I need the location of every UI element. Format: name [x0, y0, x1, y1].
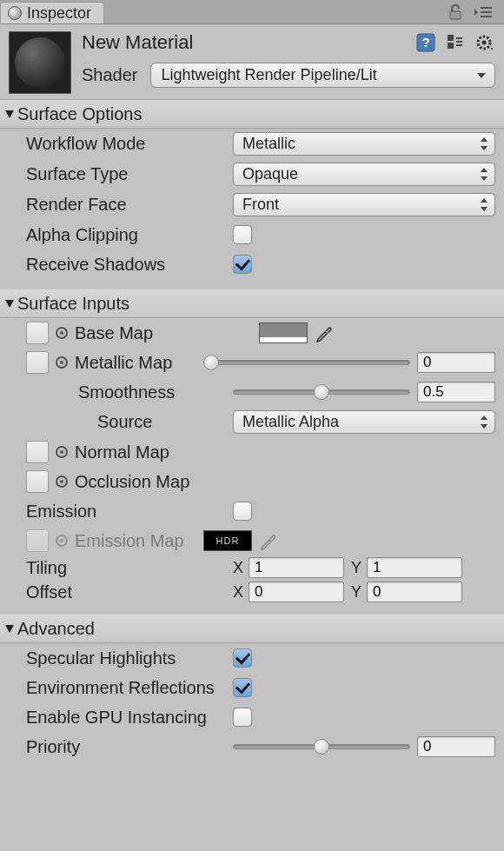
occlusion-map-texture-slot[interactable] [26, 470, 49, 493]
svg-rect-8 [456, 37, 462, 39]
normal-map-texture-slot[interactable] [26, 441, 49, 463]
source-label: Source [97, 412, 226, 432]
svg-point-12 [482, 41, 487, 45]
priority-slider[interactable] [233, 739, 410, 755]
svg-text:?: ? [421, 35, 429, 50]
section-surface-inputs[interactable]: Surface Inputs [0, 289, 504, 318]
target-icon [56, 535, 68, 547]
emission-map-texture-slot [26, 529, 49, 552]
x-label: X [233, 583, 243, 602]
tiling-x-input[interactable] [249, 557, 344, 578]
base-map-color[interactable] [259, 322, 308, 343]
surface-type-label: Surface Type [26, 164, 226, 184]
panel-menu-icon[interactable] [473, 2, 494, 23]
preview-sphere [15, 37, 65, 88]
offset-label: Offset [26, 582, 226, 602]
metallic-slider[interactable] [203, 355, 410, 370]
tiling-y-input[interactable] [367, 557, 462, 578]
workflow-mode-select[interactable]: Metallic [233, 132, 495, 156]
eyedropper-icon [259, 531, 278, 550]
x-label: X [233, 559, 243, 577]
section-advanced[interactable]: Advanced [0, 615, 504, 643]
inspector-tab[interactable]: Inspector [0, 2, 104, 23]
target-icon[interactable] [56, 356, 68, 369]
emission-label: Emission [26, 502, 226, 522]
section-title: Surface Inputs [17, 294, 129, 314]
base-map-texture-slot[interactable] [26, 322, 49, 344]
workflow-mode-label: Workflow Mode [26, 134, 226, 154]
y-label: Y [351, 559, 361, 577]
smoothness-slider[interactable] [233, 384, 410, 400]
gear-icon[interactable] [474, 32, 495, 53]
shader-dropdown[interactable]: Lightweight Render Pipeline/Lit [150, 63, 496, 88]
tab-bar: Inspector [0, 0, 504, 24]
gpu-instancing-checkbox[interactable] [233, 708, 252, 727]
material-preview[interactable] [9, 31, 71, 94]
svg-point-13 [491, 48, 493, 50]
target-icon[interactable] [56, 327, 68, 339]
receive-shadows-checkbox[interactable] [233, 255, 252, 274]
shader-value: Lightweight Render Pipeline/Lit [162, 66, 377, 83]
priority-label: Priority [26, 737, 226, 757]
specular-highlights-checkbox[interactable] [233, 648, 252, 668]
specular-highlights-label: Specular Highlights [26, 648, 226, 668]
emission-color-hdr[interactable]: HDR [203, 530, 252, 551]
svg-rect-7 [448, 43, 454, 49]
tab-title: Inspector [27, 4, 91, 23]
receive-shadows-label: Receive Shadows [26, 255, 226, 275]
emission-map-label: Emission Map [75, 531, 196, 551]
emission-checkbox[interactable] [233, 502, 252, 521]
info-icon [8, 6, 22, 20]
gpu-instancing-label: Enable GPU Instancing [26, 708, 226, 728]
offset-x-input[interactable] [249, 582, 344, 602]
target-icon[interactable] [56, 475, 68, 488]
target-icon[interactable] [56, 446, 68, 458]
offset-y-input[interactable] [367, 582, 462, 602]
lock-icon[interactable] [445, 2, 466, 23]
environment-reflections-checkbox[interactable] [233, 678, 252, 697]
smoothness-source-select[interactable]: Metallic Alpha [233, 410, 495, 434]
metallic-map-texture-slot[interactable] [26, 351, 49, 374]
section-surface-options[interactable]: Surface Options [0, 100, 504, 129]
base-map-label: Base Map [75, 323, 252, 343]
render-face-label: Render Face [26, 195, 226, 215]
disclosure-icon [5, 110, 14, 118]
alpha-clipping-label: Alpha Clipping [26, 225, 226, 245]
material-name[interactable]: New Material [82, 31, 193, 54]
svg-rect-9 [456, 41, 462, 43]
tiling-label: Tiling [26, 558, 226, 578]
metallic-map-label: Metallic Map [75, 353, 196, 373]
svg-rect-10 [456, 44, 462, 46]
disclosure-icon [5, 300, 14, 308]
y-label: Y [351, 583, 361, 602]
metallic-value-input[interactable] [417, 352, 495, 373]
shader-label: Shader [82, 65, 138, 85]
svg-rect-6 [448, 35, 454, 41]
render-face-select[interactable]: Front [233, 193, 495, 216]
preset-icon[interactable] [445, 32, 466, 53]
help-icon[interactable]: ? [415, 32, 436, 53]
priority-value-input[interactable] [417, 736, 495, 757]
eyedropper-icon[interactable] [315, 323, 334, 342]
disclosure-icon [5, 625, 14, 633]
material-header: New Material ? Shader Lightweight Render… [0, 24, 504, 100]
smoothness-value-input[interactable] [417, 382, 495, 402]
alpha-clipping-checkbox[interactable] [233, 225, 252, 244]
section-title: Advanced [17, 619, 95, 639]
svg-rect-0 [450, 11, 461, 19]
surface-type-select[interactable]: Opaque [233, 163, 495, 186]
normal-map-label: Normal Map [75, 442, 252, 462]
smoothness-label: Smoothness [78, 382, 226, 402]
environment-reflections-label: Environment Reflections [26, 678, 226, 698]
occlusion-map-label: Occlusion Map [75, 472, 252, 492]
section-title: Surface Options [17, 104, 142, 124]
